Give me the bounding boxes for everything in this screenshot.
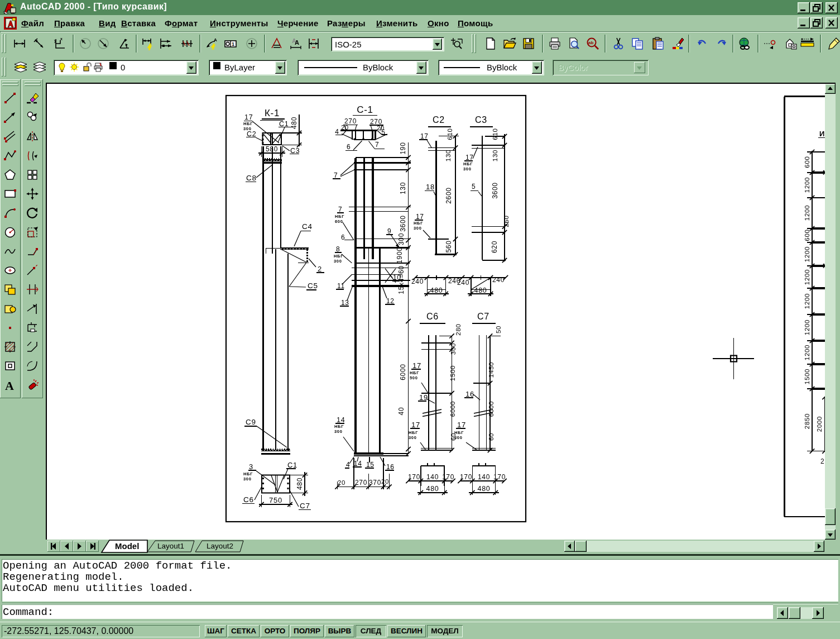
svg-text:7: 7	[334, 171, 338, 179]
svg-text:3: 3	[249, 462, 253, 471]
svg-text:3600: 3600	[399, 215, 407, 232]
svg-text:1200: 1200	[804, 246, 810, 262]
svg-text:300: 300	[450, 343, 457, 355]
svg-text:280: 280	[455, 323, 462, 335]
svg-text:18: 18	[426, 183, 435, 191]
svg-text:14: 14	[337, 416, 345, 424]
svg-text:17: 17	[411, 421, 420, 429]
svg-text:1: 1	[232, 41, 234, 47]
svg-text:С7: С7	[477, 312, 489, 321]
svg-text:15: 15	[366, 461, 375, 469]
svg-text:560: 560	[445, 240, 453, 252]
svg-text:750: 750	[269, 496, 282, 504]
svg-text:С3: С3	[290, 147, 300, 155]
svg-text:2850: 2850	[804, 413, 810, 429]
svg-text:300: 300	[463, 166, 472, 171]
svg-text:170: 170	[442, 473, 454, 481]
svg-text:480: 480	[296, 478, 304, 490]
svg-text:17: 17	[420, 132, 429, 140]
svg-text:C7: C7	[300, 502, 310, 510]
svg-text:2: 2	[820, 457, 824, 465]
svg-text:140: 140	[426, 473, 439, 481]
svg-text:1200: 1200	[804, 293, 810, 309]
svg-text:480: 480	[478, 485, 491, 493]
svg-text:190: 190	[399, 142, 407, 154]
svg-text:К-1: К-1	[265, 108, 280, 118]
svg-text:370: 370	[369, 479, 381, 487]
svg-text:240: 240	[492, 276, 505, 284]
svg-text:17: 17	[244, 113, 253, 121]
svg-text:C8: C8	[246, 174, 257, 182]
svg-text:6000: 6000	[399, 364, 407, 380]
svg-text:A: A	[214, 37, 217, 42]
svg-text:5: 5	[472, 183, 476, 190]
svg-text:2000: 2000	[816, 416, 823, 432]
svg-text:1200: 1200	[804, 320, 810, 335]
svg-text:1500: 1500	[449, 365, 456, 381]
svg-text:C6: C6	[243, 495, 254, 504]
svg-text:480: 480	[430, 287, 443, 294]
svg-text:50: 50	[495, 326, 502, 333]
svg-text:6: 6	[347, 143, 351, 151]
svg-text:620: 620	[491, 241, 498, 253]
svg-text:11: 11	[337, 282, 345, 290]
svg-text:2: 2	[318, 265, 322, 273]
svg-text:4: 4	[346, 461, 350, 469]
svg-text:270: 270	[355, 479, 367, 487]
svg-text:14: 14	[354, 460, 362, 468]
svg-text:300: 300	[243, 476, 252, 481]
svg-text:480: 480	[426, 485, 439, 493]
svg-text:2600: 2600	[445, 187, 453, 204]
svg-text:1500: 1500	[804, 369, 810, 384]
svg-text:240: 240	[411, 278, 424, 285]
svg-text:300: 300	[414, 226, 422, 231]
svg-text:16: 16	[386, 463, 395, 471]
svg-text:6000: 6000	[488, 401, 495, 417]
svg-text:1200: 1200	[804, 177, 810, 193]
svg-text:300: 300	[334, 429, 343, 434]
svg-text:15х4=60: 15х4=60	[397, 265, 405, 294]
svg-text:y: y	[54, 39, 56, 43]
svg-text:240: 240	[457, 279, 469, 287]
svg-text:ab: ab	[588, 40, 593, 45]
svg-text:С1: С1	[287, 461, 297, 469]
svg-text:И1: И1	[819, 130, 825, 138]
svg-text:8: 8	[336, 245, 340, 253]
svg-text:500: 500	[410, 375, 418, 380]
svg-text:C4: C4	[302, 222, 313, 231]
svg-text:17: 17	[465, 154, 474, 161]
svg-text:6000: 6000	[449, 401, 456, 417]
svg-text:140: 140	[478, 473, 490, 481]
svg-text:17: 17	[416, 213, 424, 221]
svg-text:130: 130	[399, 182, 407, 194]
svg-text:A: A	[295, 39, 299, 46]
svg-text:Model: Model	[115, 541, 139, 551]
svg-text:300: 300	[334, 259, 342, 264]
svg-text:9: 9	[387, 227, 391, 235]
svg-text:480: 480	[290, 117, 298, 129]
svg-text:С3: С3	[475, 115, 487, 125]
svg-text:7: 7	[338, 206, 342, 213]
svg-text:610: 610	[492, 128, 498, 140]
svg-text:480: 480	[474, 287, 487, 294]
svg-text:16: 16	[465, 390, 474, 398]
svg-text:x: x	[60, 37, 63, 41]
svg-text:7: 7	[375, 141, 379, 149]
svg-text:12: 12	[386, 297, 395, 305]
svg-text:Layout1: Layout1	[157, 542, 184, 550]
svg-text:20: 20	[381, 478, 389, 485]
svg-text:1900: 1900	[396, 247, 404, 264]
svg-text:C5: C5	[308, 282, 318, 290]
svg-text:С-1: С-1	[357, 104, 373, 115]
svg-text:300: 300	[454, 435, 463, 440]
svg-text:600: 600	[335, 219, 343, 224]
svg-text:С2: С2	[433, 115, 445, 125]
svg-text:19: 19	[419, 393, 428, 402]
svg-text:60: 60	[488, 433, 495, 441]
svg-text:С6: С6	[426, 312, 439, 321]
svg-text:17: 17	[412, 361, 421, 370]
svg-text:300: 300	[409, 435, 417, 440]
svg-text:130: 130	[445, 150, 452, 161]
svg-text:300: 300	[397, 233, 405, 245]
svg-text:A: A	[5, 379, 14, 392]
